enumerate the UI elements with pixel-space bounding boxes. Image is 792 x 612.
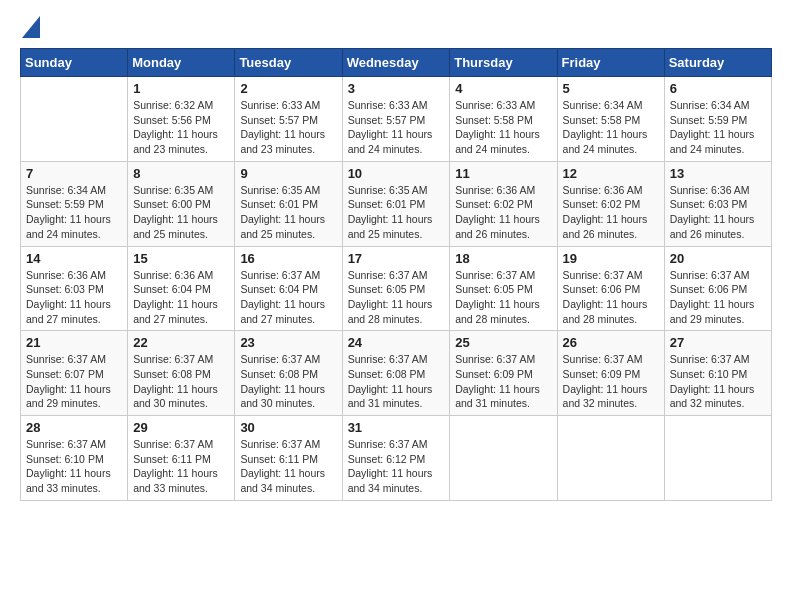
day-cell: 23Sunrise: 6:37 AM Sunset: 6:08 PM Dayli… bbox=[235, 331, 342, 416]
day-number: 9 bbox=[240, 166, 336, 181]
page-header bbox=[20, 20, 772, 38]
day-number: 26 bbox=[563, 335, 659, 350]
week-row-4: 21Sunrise: 6:37 AM Sunset: 6:07 PM Dayli… bbox=[21, 331, 772, 416]
day-number: 8 bbox=[133, 166, 229, 181]
day-info: Sunrise: 6:37 AM Sunset: 6:04 PM Dayligh… bbox=[240, 268, 336, 327]
day-cell: 22Sunrise: 6:37 AM Sunset: 6:08 PM Dayli… bbox=[128, 331, 235, 416]
day-cell: 8Sunrise: 6:35 AM Sunset: 6:00 PM Daylig… bbox=[128, 161, 235, 246]
day-info: Sunrise: 6:35 AM Sunset: 6:01 PM Dayligh… bbox=[240, 183, 336, 242]
day-cell: 12Sunrise: 6:36 AM Sunset: 6:02 PM Dayli… bbox=[557, 161, 664, 246]
day-info: Sunrise: 6:33 AM Sunset: 5:58 PM Dayligh… bbox=[455, 98, 551, 157]
day-number: 25 bbox=[455, 335, 551, 350]
day-info: Sunrise: 6:37 AM Sunset: 6:07 PM Dayligh… bbox=[26, 352, 122, 411]
day-number: 7 bbox=[26, 166, 122, 181]
day-info: Sunrise: 6:36 AM Sunset: 6:02 PM Dayligh… bbox=[563, 183, 659, 242]
day-info: Sunrise: 6:37 AM Sunset: 6:08 PM Dayligh… bbox=[133, 352, 229, 411]
day-info: Sunrise: 6:36 AM Sunset: 6:03 PM Dayligh… bbox=[26, 268, 122, 327]
day-cell: 10Sunrise: 6:35 AM Sunset: 6:01 PM Dayli… bbox=[342, 161, 450, 246]
week-row-3: 14Sunrise: 6:36 AM Sunset: 6:03 PM Dayli… bbox=[21, 246, 772, 331]
calendar-body: 1Sunrise: 6:32 AM Sunset: 5:56 PM Daylig… bbox=[21, 77, 772, 501]
day-number: 31 bbox=[348, 420, 445, 435]
day-info: Sunrise: 6:37 AM Sunset: 6:11 PM Dayligh… bbox=[133, 437, 229, 496]
day-cell: 3Sunrise: 6:33 AM Sunset: 5:57 PM Daylig… bbox=[342, 77, 450, 162]
day-number: 18 bbox=[455, 251, 551, 266]
day-cell: 29Sunrise: 6:37 AM Sunset: 6:11 PM Dayli… bbox=[128, 416, 235, 501]
day-number: 23 bbox=[240, 335, 336, 350]
day-number: 29 bbox=[133, 420, 229, 435]
day-info: Sunrise: 6:36 AM Sunset: 6:02 PM Dayligh… bbox=[455, 183, 551, 242]
day-info: Sunrise: 6:37 AM Sunset: 6:06 PM Dayligh… bbox=[563, 268, 659, 327]
day-number: 27 bbox=[670, 335, 766, 350]
header-row: SundayMondayTuesdayWednesdayThursdayFrid… bbox=[21, 49, 772, 77]
day-cell bbox=[557, 416, 664, 501]
day-cell: 14Sunrise: 6:36 AM Sunset: 6:03 PM Dayli… bbox=[21, 246, 128, 331]
day-number: 4 bbox=[455, 81, 551, 96]
day-cell: 13Sunrise: 6:36 AM Sunset: 6:03 PM Dayli… bbox=[664, 161, 771, 246]
day-info: Sunrise: 6:34 AM Sunset: 5:58 PM Dayligh… bbox=[563, 98, 659, 157]
day-cell bbox=[450, 416, 557, 501]
day-number: 2 bbox=[240, 81, 336, 96]
svg-marker-0 bbox=[22, 16, 40, 38]
day-number: 6 bbox=[670, 81, 766, 96]
day-info: Sunrise: 6:37 AM Sunset: 6:05 PM Dayligh… bbox=[348, 268, 445, 327]
day-number: 5 bbox=[563, 81, 659, 96]
day-info: Sunrise: 6:34 AM Sunset: 5:59 PM Dayligh… bbox=[26, 183, 122, 242]
column-header-thursday: Thursday bbox=[450, 49, 557, 77]
day-cell: 24Sunrise: 6:37 AM Sunset: 6:08 PM Dayli… bbox=[342, 331, 450, 416]
day-number: 17 bbox=[348, 251, 445, 266]
calendar-header: SundayMondayTuesdayWednesdayThursdayFrid… bbox=[21, 49, 772, 77]
day-cell: 21Sunrise: 6:37 AM Sunset: 6:07 PM Dayli… bbox=[21, 331, 128, 416]
day-info: Sunrise: 6:37 AM Sunset: 6:05 PM Dayligh… bbox=[455, 268, 551, 327]
day-number: 10 bbox=[348, 166, 445, 181]
logo bbox=[20, 20, 40, 38]
day-info: Sunrise: 6:36 AM Sunset: 6:03 PM Dayligh… bbox=[670, 183, 766, 242]
day-info: Sunrise: 6:37 AM Sunset: 6:08 PM Dayligh… bbox=[348, 352, 445, 411]
logo-triangle-icon bbox=[22, 16, 40, 38]
day-number: 20 bbox=[670, 251, 766, 266]
day-info: Sunrise: 6:35 AM Sunset: 6:01 PM Dayligh… bbox=[348, 183, 445, 242]
day-number: 28 bbox=[26, 420, 122, 435]
day-cell: 27Sunrise: 6:37 AM Sunset: 6:10 PM Dayli… bbox=[664, 331, 771, 416]
day-cell: 31Sunrise: 6:37 AM Sunset: 6:12 PM Dayli… bbox=[342, 416, 450, 501]
column-header-monday: Monday bbox=[128, 49, 235, 77]
day-info: Sunrise: 6:37 AM Sunset: 6:08 PM Dayligh… bbox=[240, 352, 336, 411]
day-number: 11 bbox=[455, 166, 551, 181]
day-cell: 5Sunrise: 6:34 AM Sunset: 5:58 PM Daylig… bbox=[557, 77, 664, 162]
calendar-table: SundayMondayTuesdayWednesdayThursdayFrid… bbox=[20, 48, 772, 501]
day-cell: 4Sunrise: 6:33 AM Sunset: 5:58 PM Daylig… bbox=[450, 77, 557, 162]
column-header-tuesday: Tuesday bbox=[235, 49, 342, 77]
day-info: Sunrise: 6:37 AM Sunset: 6:12 PM Dayligh… bbox=[348, 437, 445, 496]
day-number: 30 bbox=[240, 420, 336, 435]
day-info: Sunrise: 6:33 AM Sunset: 5:57 PM Dayligh… bbox=[240, 98, 336, 157]
week-row-5: 28Sunrise: 6:37 AM Sunset: 6:10 PM Dayli… bbox=[21, 416, 772, 501]
day-number: 12 bbox=[563, 166, 659, 181]
day-number: 22 bbox=[133, 335, 229, 350]
day-number: 24 bbox=[348, 335, 445, 350]
day-cell: 16Sunrise: 6:37 AM Sunset: 6:04 PM Dayli… bbox=[235, 246, 342, 331]
day-cell bbox=[21, 77, 128, 162]
day-number: 13 bbox=[670, 166, 766, 181]
day-number: 15 bbox=[133, 251, 229, 266]
day-info: Sunrise: 6:37 AM Sunset: 6:10 PM Dayligh… bbox=[670, 352, 766, 411]
column-header-wednesday: Wednesday bbox=[342, 49, 450, 77]
day-cell: 9Sunrise: 6:35 AM Sunset: 6:01 PM Daylig… bbox=[235, 161, 342, 246]
column-header-sunday: Sunday bbox=[21, 49, 128, 77]
day-cell: 25Sunrise: 6:37 AM Sunset: 6:09 PM Dayli… bbox=[450, 331, 557, 416]
day-number: 14 bbox=[26, 251, 122, 266]
day-cell: 6Sunrise: 6:34 AM Sunset: 5:59 PM Daylig… bbox=[664, 77, 771, 162]
day-number: 21 bbox=[26, 335, 122, 350]
day-cell: 18Sunrise: 6:37 AM Sunset: 6:05 PM Dayli… bbox=[450, 246, 557, 331]
day-cell: 20Sunrise: 6:37 AM Sunset: 6:06 PM Dayli… bbox=[664, 246, 771, 331]
day-number: 16 bbox=[240, 251, 336, 266]
week-row-2: 7Sunrise: 6:34 AM Sunset: 5:59 PM Daylig… bbox=[21, 161, 772, 246]
week-row-1: 1Sunrise: 6:32 AM Sunset: 5:56 PM Daylig… bbox=[21, 77, 772, 162]
column-header-saturday: Saturday bbox=[664, 49, 771, 77]
day-cell bbox=[664, 416, 771, 501]
day-cell: 17Sunrise: 6:37 AM Sunset: 6:05 PM Dayli… bbox=[342, 246, 450, 331]
day-cell: 30Sunrise: 6:37 AM Sunset: 6:11 PM Dayli… bbox=[235, 416, 342, 501]
day-info: Sunrise: 6:32 AM Sunset: 5:56 PM Dayligh… bbox=[133, 98, 229, 157]
day-info: Sunrise: 6:37 AM Sunset: 6:10 PM Dayligh… bbox=[26, 437, 122, 496]
day-cell: 28Sunrise: 6:37 AM Sunset: 6:10 PM Dayli… bbox=[21, 416, 128, 501]
day-cell: 2Sunrise: 6:33 AM Sunset: 5:57 PM Daylig… bbox=[235, 77, 342, 162]
day-cell: 19Sunrise: 6:37 AM Sunset: 6:06 PM Dayli… bbox=[557, 246, 664, 331]
